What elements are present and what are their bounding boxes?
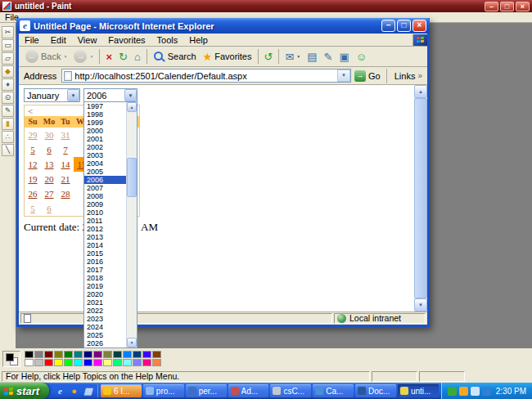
taskbar-button[interactable]: Ca... xyxy=(313,384,354,397)
calendar-day-cell[interactable]: 5 xyxy=(25,201,41,216)
color-swatch[interactable] xyxy=(93,359,102,366)
color-swatch[interactable] xyxy=(54,351,63,358)
brush-tool[interactable]: ▮ xyxy=(2,118,14,130)
calendar-day-link[interactable]: 28 xyxy=(61,186,70,201)
scroll-up-icon[interactable]: ▲ xyxy=(414,85,427,98)
year-option-2000[interactable]: 2000 xyxy=(84,127,126,135)
color-swatch[interactable] xyxy=(93,351,102,358)
year-option-2016[interactable]: 2016 xyxy=(84,258,126,266)
year-option-1997[interactable]: 1997 xyxy=(84,102,126,110)
calendar-day-link[interactable]: 6 xyxy=(47,201,52,216)
ie-menu-edit[interactable]: Edit xyxy=(45,35,72,45)
year-option-1999[interactable]: 1999 xyxy=(84,119,126,127)
paint-close-button[interactable]: × xyxy=(516,2,530,11)
history-button[interactable]: ↺ xyxy=(261,49,277,65)
paint-maximize-button[interactable]: □ xyxy=(500,2,514,11)
year-option-2021[interactable]: 2021 xyxy=(84,298,126,307)
year-option-2006[interactable]: 2006 xyxy=(84,176,126,184)
color-swatch[interactable] xyxy=(152,359,161,366)
free-form-select-tool[interactable]: ✂ xyxy=(2,26,14,38)
calendar-prev-link[interactable]: < xyxy=(28,106,33,116)
calendar-day-cell[interactable]: 28 xyxy=(57,186,74,201)
color-swatch[interactable] xyxy=(103,351,112,358)
color-swatch[interactable] xyxy=(113,359,122,366)
calendar-day-cell[interactable]: 31 xyxy=(57,128,74,142)
year-scroll-down-icon[interactable]: ▼ xyxy=(127,338,137,347)
taskbar-button[interactable]: Ad... xyxy=(228,384,269,397)
scroll-down-icon[interactable]: ▼ xyxy=(414,298,427,312)
color-swatch[interactable] xyxy=(123,359,132,366)
color-swatch[interactable] xyxy=(113,351,122,358)
color-swatch[interactable] xyxy=(142,351,151,358)
calendar-day-link[interactable]: 31 xyxy=(61,128,70,142)
mail-button[interactable]: ✉▼ xyxy=(282,49,304,65)
calendar-day-link[interactable]: 6 xyxy=(47,142,52,157)
calendar-day-cell[interactable]: 30 xyxy=(41,128,57,142)
year-list-scrollbar[interactable]: ▲ ▼ xyxy=(126,102,137,347)
color-swatch[interactable] xyxy=(74,351,83,358)
color-swatch[interactable] xyxy=(25,359,34,366)
messenger-button[interactable]: ☺ xyxy=(353,49,370,65)
color-swatch[interactable] xyxy=(133,351,142,358)
taskbar-button[interactable]: per... xyxy=(186,384,227,397)
calendar-day-link[interactable]: 21 xyxy=(61,172,70,186)
stop-button[interactable]: × xyxy=(102,49,115,65)
forward-button[interactable]: →▼ xyxy=(70,48,97,65)
calendar-day-cell[interactable]: 12 xyxy=(25,157,41,172)
refresh-button[interactable]: ↻ xyxy=(115,49,131,65)
year-option-2008[interactable]: 2008 xyxy=(84,192,126,200)
year-option-2012[interactable]: 2012 xyxy=(84,225,126,233)
year-option-2010[interactable]: 2010 xyxy=(84,208,126,217)
year-option-2013[interactable]: 2013 xyxy=(84,233,126,241)
ie-quick-launch-icon[interactable]: e xyxy=(55,386,65,397)
color-swatch[interactable] xyxy=(64,351,73,358)
calendar-day-link[interactable]: 12 xyxy=(29,157,38,172)
color-swatch[interactable] xyxy=(34,359,43,366)
forward-dropdown-icon[interactable]: ▼ xyxy=(89,54,93,59)
ie-menu-favorites[interactable]: Favorites xyxy=(102,35,151,45)
taskbar-button[interactable]: unti... xyxy=(398,384,439,397)
calendar-day-link[interactable]: 7 xyxy=(63,142,68,157)
year-option-2022[interactable]: 2022 xyxy=(84,307,126,315)
pencil-tool[interactable]: ✎ xyxy=(2,105,14,117)
show-desktop-icon[interactable]: ▦ xyxy=(83,386,93,397)
select-tool[interactable]: ▭ xyxy=(2,39,14,52)
magnifier-tool[interactable]: ⊙ xyxy=(2,92,14,104)
color-swatch[interactable] xyxy=(152,351,161,358)
network-tray-icon[interactable] xyxy=(482,387,491,396)
calendar-day-cell[interactable]: 19 xyxy=(25,172,41,186)
year-option-2019[interactable]: 2019 xyxy=(84,282,126,290)
browser-quick-launch-icon[interactable]: ● xyxy=(69,386,79,397)
color-swatch[interactable] xyxy=(34,351,43,358)
taskbar-button[interactable]: Doc... xyxy=(355,384,396,397)
volume-tray-icon[interactable] xyxy=(471,387,480,396)
ie-menu-file[interactable]: File xyxy=(19,35,45,45)
paint-color-indicator[interactable] xyxy=(2,351,20,367)
calendar-day-cell[interactable]: 29 xyxy=(25,128,41,142)
color-swatch[interactable] xyxy=(83,359,92,366)
year-option-2002[interactable]: 2002 xyxy=(84,143,126,151)
edit-button[interactable]: ✎ xyxy=(321,49,336,65)
ie-menu-tools[interactable]: Tools xyxy=(151,35,184,45)
calendar-day-link[interactable]: 30 xyxy=(45,128,54,142)
year-option-1998[interactable]: 1998 xyxy=(84,110,126,119)
calendar-day-cell[interactable]: 7 xyxy=(57,142,74,157)
discuss-button[interactable]: ▣ xyxy=(336,49,352,65)
color-picker-tool[interactable]: ♦ xyxy=(2,78,14,91)
year-option-2003[interactable]: 2003 xyxy=(84,151,126,159)
year-select-arrow-icon[interactable]: ▼ xyxy=(124,89,137,101)
color-swatch[interactable] xyxy=(133,359,142,366)
airbrush-tool[interactable]: ∴ xyxy=(2,131,14,143)
calendar-day-cell[interactable]: 13 xyxy=(41,157,57,172)
calendar-day-cell[interactable]: 27 xyxy=(41,186,57,201)
calendar-day-link[interactable]: 20 xyxy=(45,172,54,186)
ie-maximize-button[interactable]: □ xyxy=(397,20,411,32)
taskbar-button[interactable]: 6 I... xyxy=(101,384,142,397)
year-option-2009[interactable]: 2009 xyxy=(84,200,126,208)
taskbar-button[interactable]: pro... xyxy=(143,384,184,397)
calendar-day-link[interactable]: 27 xyxy=(45,186,54,201)
calendar-day-link[interactable]: 5 xyxy=(30,201,35,216)
fill-tool[interactable]: ◆ xyxy=(2,65,14,78)
year-option-2014[interactable]: 2014 xyxy=(84,241,126,249)
color-swatch[interactable] xyxy=(64,359,73,366)
